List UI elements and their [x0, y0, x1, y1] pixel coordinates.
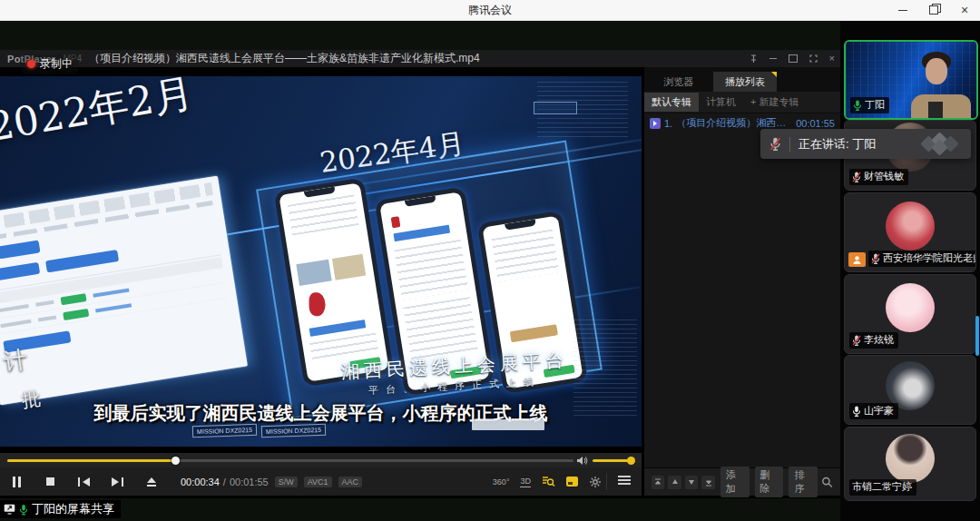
sidebar-scrollbar[interactable] — [975, 316, 979, 356]
screenshare-icon — [4, 504, 15, 515]
minimize-icon[interactable] — [897, 4, 909, 16]
playlist-item-index: 1. — [664, 118, 672, 129]
meeting-title: 腾讯会议 — [468, 3, 512, 18]
meeting-titlebar: 腾讯会议 × — [0, 0, 980, 21]
share-banner-label: 丁阳的屏幕共享 — [32, 501, 114, 517]
stop-button[interactable] — [34, 467, 67, 496]
video-data-chip — [534, 102, 577, 114]
pause-button[interactable] — [0, 467, 34, 496]
audio-codec-badge: AAC — [338, 477, 363, 487]
participant-nametag: 李炫锐 — [849, 332, 898, 349]
video-screen[interactable]: 2022年2月 2022年4月 — [0, 67, 642, 453]
browse-search-icon[interactable] — [542, 476, 555, 487]
player-close-icon[interactable]: × — [829, 54, 835, 64]
sort-button[interactable]: 排序 — [789, 467, 818, 497]
decoder-badge: S/W — [275, 477, 298, 487]
speaker-icon[interactable] — [576, 456, 588, 466]
participant-video-changningting[interactable]: 市销二常宁婷 — [844, 427, 976, 501]
player-right-icons: 360° 3D — [493, 467, 602, 496]
mic-muted-icon — [871, 253, 880, 264]
settings-gear-icon[interactable] — [589, 476, 602, 488]
playlist-toggle-icon[interactable] — [566, 477, 578, 487]
media-file-icon — [650, 118, 661, 129]
person-icon — [852, 255, 862, 265]
potplayer-window-controls: × — [750, 50, 835, 67]
participant-name: 山宇豪 — [864, 404, 894, 418]
participant-video-yangguanglaoshi[interactable]: 西安培华学院阳光老师 — [844, 192, 976, 272]
tab-playlist[interactable]: 播放列表 — [713, 72, 777, 92]
potplayer-titlebar[interactable]: PotPlayer MP4 （项目介绍视频）湘西民遗线上会展平台——土家族&苗族… — [0, 50, 840, 67]
playlist-item-title: （项目介绍视频）湘西民遗线上会展平... — [676, 116, 792, 130]
video-caption: 到最后实现了湘西民遗线上会展平台，小程序的正式上线 — [0, 401, 642, 426]
avatar — [886, 434, 935, 483]
toast-divider — [789, 137, 790, 152]
album-new[interactable]: + 新建专辑 — [743, 93, 806, 112]
volume-slider[interactable] — [593, 459, 634, 462]
participant-name: 丁阳 — [865, 98, 885, 112]
player-controls: 00:00:34 / 00:01:55 S/W AVC1 AAC 360° 3D — [0, 467, 642, 496]
playlist-tabs: 浏览器 播放列表 — [644, 67, 840, 92]
eject-button[interactable] — [134, 467, 168, 496]
toast-mic-muted-icon — [769, 137, 781, 151]
potplayer-window: PotPlayer MP4 （项目介绍视频）湘西民遗线上会展平台——土家族&苗族… — [0, 50, 840, 498]
player-menu-icon[interactable] — [618, 476, 631, 485]
participant-name: 市销二常宁婷 — [852, 480, 912, 494]
playlist-empty-area — [644, 133, 840, 467]
delete-button[interactable]: 删除 — [755, 467, 784, 497]
participant-nametag: 西安培华学院阳光老师 — [868, 251, 976, 267]
mic-muted-icon — [852, 172, 861, 182]
mission-label-2: MISSION DXZ0215 — [261, 424, 326, 437]
shared-screen-region: PotPlayer MP4 （项目介绍视频）湘西民遗线上会展平台——土家族&苗族… — [0, 20, 840, 521]
move-bottom-button[interactable] — [701, 476, 714, 489]
recording-indicator: 录制中 — [22, 54, 78, 74]
speaking-label: 正在讲话: 丁阳 — [799, 136, 876, 152]
participant-nametag: 财管钱敏 — [849, 169, 908, 185]
avatar — [886, 283, 935, 332]
participant-name: 西安培华学院阳光老师 — [883, 251, 976, 265]
participant-nametag: 山宇豪 — [849, 403, 898, 419]
participant-video-shanyuhao[interactable]: 山宇豪 — [844, 355, 976, 425]
participant-sidebar: 丁阳 财管钱敏 — [840, 20, 980, 521]
tab-browser[interactable]: 浏览器 — [644, 72, 713, 92]
move-top-button[interactable] — [652, 476, 664, 489]
add-button[interactable]: 添加 — [720, 467, 750, 497]
3d-icon[interactable]: 3D — [520, 477, 531, 487]
album-default[interactable]: 默认专辑 — [644, 93, 699, 112]
seek-thumb[interactable] — [172, 457, 180, 465]
video-date-february: 2022年2月 — [0, 76, 197, 154]
next-button[interactable] — [101, 467, 134, 496]
player-minimize-icon[interactable] — [769, 58, 777, 59]
time-total: 00:01:55 — [230, 477, 269, 487]
participant-video-dingyang[interactable]: 丁阳 — [844, 40, 978, 120]
seek-bar[interactable] — [7, 459, 573, 462]
seek-row — [0, 453, 642, 467]
recording-label: 录制中 — [40, 56, 73, 72]
volume-thumb[interactable] — [627, 457, 635, 465]
mission-label-1: MISSION DXZ0215 — [192, 424, 257, 437]
restore-icon[interactable] — [927, 4, 940, 16]
pin-icon[interactable] — [750, 54, 758, 64]
video-margin-char-bottom: 批 — [20, 386, 43, 414]
logo-diamonds-icon — [920, 133, 962, 155]
meeting-window: 腾讯会议 × PotPlayer MP4 （项目介绍视频）湘西民遗线上会展平台—… — [0, 0, 980, 521]
video-desktop-screenshot — [0, 176, 248, 406]
record-dot-icon — [27, 60, 35, 68]
playlist-bottom-bar: 添加 删除 排序 — [644, 467, 840, 496]
participant-video-lixuanrui[interactable]: 李炫锐 — [844, 274, 976, 354]
move-up-button[interactable] — [668, 476, 681, 489]
move-down-button[interactable] — [685, 476, 698, 489]
close-icon[interactable]: × — [958, 4, 971, 16]
participant-name: 财管钱敏 — [864, 170, 904, 183]
video-filename: （项目介绍视频）湘西民遗线上会展平台——土家族&苗族非遗产业化新模式.mp4 — [89, 51, 480, 66]
vr-360-icon[interactable]: 360° — [493, 477, 510, 487]
player-fullscreen-icon[interactable] — [809, 54, 818, 63]
player-maximize-icon[interactable] — [789, 54, 798, 63]
album-computer[interactable]: 计算机 — [699, 93, 743, 112]
mic-muted-icon — [852, 335, 861, 346]
seek-progress — [7, 459, 175, 462]
previous-button[interactable] — [67, 467, 101, 496]
banner-mic-icon — [19, 504, 28, 516]
time-current: 00:00:34 — [181, 477, 220, 487]
controls-divider — [606, 473, 607, 490]
search-icon[interactable] — [821, 476, 833, 488]
